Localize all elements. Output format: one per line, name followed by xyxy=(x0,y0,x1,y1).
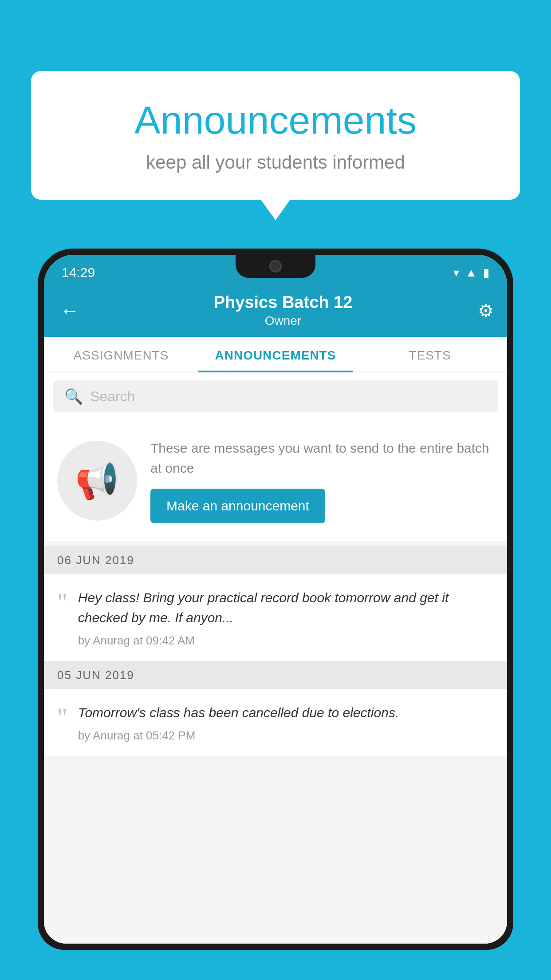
announcement-body-2: Tomorrow's class has been cancelled due … xyxy=(78,703,494,743)
make-announcement-button[interactable]: Make an announcement xyxy=(150,489,325,523)
promo-description: These are messages you want to send to t… xyxy=(150,438,494,478)
announcements-subtitle: keep all your students informed xyxy=(58,152,493,173)
content-area: 🔍 Search 📢 These are messages you want t… xyxy=(44,372,507,944)
megaphone-icon: 📢 xyxy=(75,460,119,502)
search-placeholder: Search xyxy=(90,388,135,405)
promo-right: These are messages you want to send to t… xyxy=(150,438,494,523)
phone-outer: 14:29 ▾ ▲ ▮ ← Physics Batch 12 Owner ⚙ xyxy=(38,249,513,950)
batch-subtitle: Owner xyxy=(88,314,478,328)
batch-title: Physics Batch 12 xyxy=(88,293,478,312)
announcement-item-1: " Hey class! Bring your practical record… xyxy=(44,574,507,661)
quote-icon-1: " xyxy=(57,590,67,615)
back-button[interactable]: ← xyxy=(57,297,88,324)
search-bar[interactable]: 🔍 Search xyxy=(53,380,498,412)
date-separator-2: 05 JUN 2019 xyxy=(44,661,507,689)
app-header: ← Physics Batch 12 Owner ⚙ xyxy=(44,287,507,337)
speech-bubble: Announcements keep all your students inf… xyxy=(31,71,520,200)
quote-icon-2: " xyxy=(57,705,67,730)
announcements-title: Announcements xyxy=(58,98,493,143)
announcement-meta-2: by Anurag at 05:42 PM xyxy=(78,729,494,743)
status-icons: ▾ ▲ ▮ xyxy=(453,266,489,280)
phone-camera xyxy=(269,260,282,273)
announcement-text-2: Tomorrow's class has been cancelled due … xyxy=(78,703,494,723)
tab-tests[interactable]: TESTS xyxy=(353,337,507,371)
signal-icon: ▲ xyxy=(465,266,477,280)
battery-icon: ▮ xyxy=(483,266,489,280)
status-time: 14:29 xyxy=(62,265,95,280)
tabs-bar: ASSIGNMENTS ANNOUNCEMENTS TESTS xyxy=(44,337,507,372)
announcement-text-1: Hey class! Bring your practical record b… xyxy=(78,588,494,628)
settings-gear-icon[interactable]: ⚙ xyxy=(478,300,494,321)
announcement-item-2: " Tomorrow's class has been cancelled du… xyxy=(44,689,507,756)
tab-announcements[interactable]: ANNOUNCEMENTS xyxy=(198,337,353,371)
wifi-icon: ▾ xyxy=(453,266,459,280)
announcement-body-1: Hey class! Bring your practical record b… xyxy=(78,588,494,648)
promo-icon-circle: 📢 xyxy=(57,441,137,521)
speech-bubble-container: Announcements keep all your students inf… xyxy=(31,71,520,200)
phone-wrapper: 14:29 ▾ ▲ ▮ ← Physics Batch 12 Owner ⚙ xyxy=(38,249,513,980)
tab-assignments[interactable]: ASSIGNMENTS xyxy=(44,337,198,371)
header-title-area: Physics Batch 12 Owner xyxy=(88,293,478,328)
date-separator-1: 06 JUN 2019 xyxy=(44,546,507,574)
phone-screen: 14:29 ▾ ▲ ▮ ← Physics Batch 12 Owner ⚙ xyxy=(44,255,507,944)
promo-section: 📢 These are messages you want to send to… xyxy=(44,420,507,541)
search-icon: 🔍 xyxy=(64,387,83,405)
search-bar-wrap: 🔍 Search xyxy=(44,372,507,420)
announcement-meta-1: by Anurag at 09:42 AM xyxy=(78,634,494,648)
